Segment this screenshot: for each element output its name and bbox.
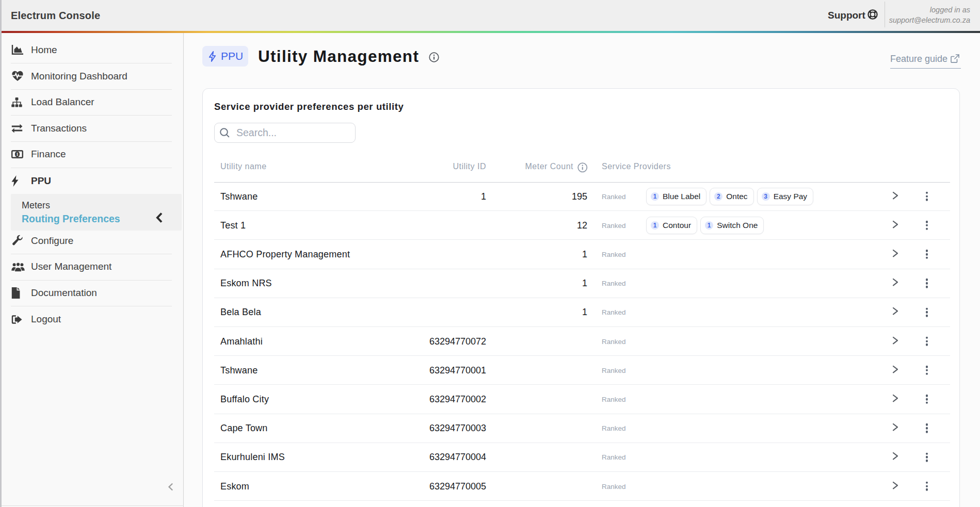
- svg-text:1: 1: [16, 152, 19, 157]
